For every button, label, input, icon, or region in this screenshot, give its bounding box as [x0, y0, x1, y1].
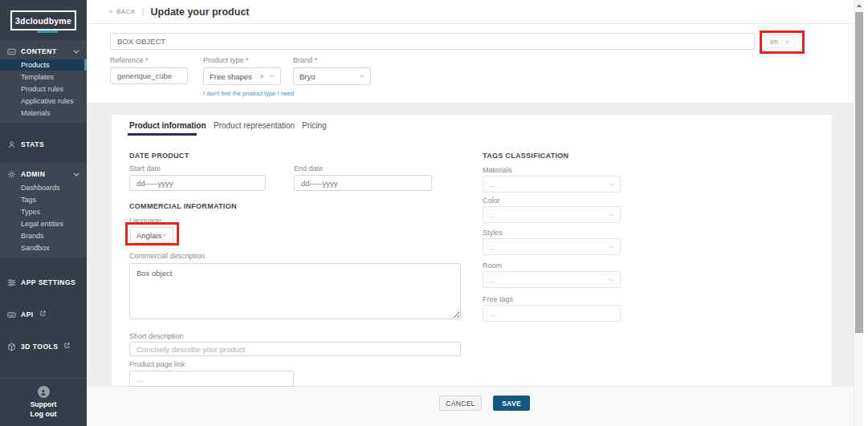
brand-value: Bryo [300, 72, 359, 81]
product-type-select[interactable]: Free shapes × [203, 67, 281, 85]
chevron-down-icon [609, 213, 614, 217]
sidebar-item-types[interactable]: Types [0, 206, 87, 217]
tab-product-information[interactable]: Product information [129, 121, 206, 130]
reference-label: Reference * [110, 56, 149, 64]
support-person-icon [38, 386, 50, 398]
tags-section-title: TAGS CLASSIFICATION [483, 152, 568, 160]
sidebar-section-3d-tools[interactable]: 3D TOOLS [0, 339, 87, 354]
sidebar-item-templates[interactable]: Templates [0, 71, 87, 83]
chevron-down-icon [609, 278, 614, 282]
back-chevron-icon: < [109, 8, 113, 15]
sidebar-item-legal-entities[interactable]: Legal entities [0, 218, 87, 229]
sidebar-item-dashboards[interactable]: Dashboards [0, 182, 87, 193]
sidebar-section-label: APP SETTINGS [21, 278, 79, 286]
app-logo[interactable]: 3dcloudbyme [10, 10, 76, 30]
commercial-description-label: Commercial description [129, 252, 205, 260]
tab-product-representation[interactable]: Product representation [214, 121, 295, 130]
short-description-label: Short description [129, 332, 184, 340]
external-link-icon [40, 310, 46, 316]
header-divider: | [142, 7, 145, 16]
sidebar-item-product-rules[interactable]: Product rules [0, 83, 87, 95]
main-content: < BACK | Update your product en Referenc… [87, 0, 854, 426]
styles-value: ... [489, 242, 609, 251]
sidebar-item-products[interactable]: Products [0, 59, 87, 71]
sidebar-group-admin: ADMIN Dashboards Tags Types Legal entiti… [0, 163, 87, 258]
scrollbar-up-arrow[interactable] [854, 0, 863, 11]
content-icon [7, 47, 16, 56]
reference-input[interactable] [110, 67, 188, 84]
sidebar-footer: Support Log out [0, 378, 87, 426]
chevron-down-icon [73, 172, 79, 176]
end-date-input[interactable] [294, 175, 432, 191]
brand-select[interactable]: Bryo [293, 67, 371, 85]
sidebar-section-api[interactable]: API [0, 307, 87, 322]
materials-select[interactable]: ... [483, 176, 621, 193]
commercial-section-title: COMMERCIAL INFORMATION [129, 202, 237, 210]
back-label: BACK [116, 8, 136, 15]
sidebar-item-applicative-rules[interactable]: Applicative rules [0, 95, 87, 107]
page-title: Update your product [151, 6, 250, 18]
product-name-input[interactable] [110, 33, 755, 50]
cube-icon [7, 343, 16, 351]
sidebar-section-label: STATS [21, 140, 79, 148]
support-link[interactable]: Support [0, 400, 87, 408]
stats-icon [7, 140, 16, 149]
color-select[interactable]: ... [483, 206, 621, 223]
sidebar-section-content[interactable]: CONTENT [0, 44, 87, 59]
start-date-label: Start date [129, 164, 161, 172]
room-label: Room [483, 262, 502, 270]
sidebar-item-sandbox[interactable]: Sandbox [0, 242, 87, 254]
sidebar-section-label: 3D TOOLS [21, 343, 58, 351]
scrollbar-thumb[interactable] [855, 12, 863, 333]
sidebar-section-stats[interactable]: STATS [0, 137, 87, 152]
chevron-down-icon [359, 75, 365, 78]
save-button[interactable]: SAVE [493, 396, 530, 411]
logo-accent-bar [37, 30, 58, 33]
sidebar-section-admin[interactable]: ADMIN [0, 167, 87, 181]
page-header: < BACK | Update your product [87, 0, 854, 24]
styles-label: Styles [483, 229, 503, 237]
sidebar: 3dcloudbyme CONTENT Products Templates P… [0, 0, 87, 426]
materials-value: ... [489, 180, 609, 189]
sidebar-section-label: ADMIN [21, 170, 68, 178]
logout-link[interactable]: Log out [0, 410, 87, 418]
app-window: 3dcloudbyme CONTENT Products Templates P… [0, 0, 868, 426]
tab-pricing[interactable]: Pricing [302, 121, 327, 130]
commercial-description-textarea[interactable] [129, 263, 461, 319]
room-select[interactable]: ... [483, 271, 621, 288]
product-type-value: Free shapes [210, 72, 259, 81]
product-page-link-label: Product page link [129, 360, 185, 368]
annotation-box-language-code [760, 30, 805, 54]
brand-label: Brand * [293, 56, 317, 64]
external-link-icon [64, 343, 70, 348]
end-date-label: End date [294, 164, 323, 172]
annotation-box-language-select [125, 222, 179, 245]
styles-select[interactable]: ... [483, 238, 621, 255]
chevron-down-icon [609, 183, 614, 186]
product-type-help-link[interactable]: I don't find the product type I need [203, 90, 294, 97]
materials-label: Materials [483, 166, 512, 174]
back-button[interactable]: < BACK [109, 8, 136, 15]
sidebar-section-label: API [21, 310, 34, 318]
product-page-link-input[interactable] [129, 371, 294, 387]
api-icon [7, 310, 16, 319]
short-description-input[interactable] [129, 342, 461, 356]
product-form-card: Product information Product representati… [111, 114, 833, 387]
sidebar-item-tags[interactable]: Tags [0, 194, 87, 205]
page-scrollbar [854, 0, 863, 426]
sidebar-section-label: CONTENT [21, 47, 68, 55]
room-value: ... [489, 275, 609, 284]
color-label: Color [483, 197, 500, 205]
sidebar-item-materials[interactable]: Materials [0, 108, 87, 119]
cancel-button[interactable]: CANCEL [439, 396, 482, 411]
start-date-input[interactable] [129, 175, 266, 191]
free-tags-input[interactable] [483, 305, 621, 322]
chevron-down-icon [73, 50, 79, 54]
clear-icon[interactable]: × [259, 72, 264, 81]
chevron-down-icon [609, 245, 614, 249]
sidebar-item-brands[interactable]: Brands [0, 230, 87, 241]
gear-icon [7, 170, 16, 179]
sidebar-section-app-settings[interactable]: APP SETTINGS [0, 275, 87, 290]
active-tab-indicator [128, 133, 197, 136]
product-type-label: Product type * [203, 56, 249, 64]
